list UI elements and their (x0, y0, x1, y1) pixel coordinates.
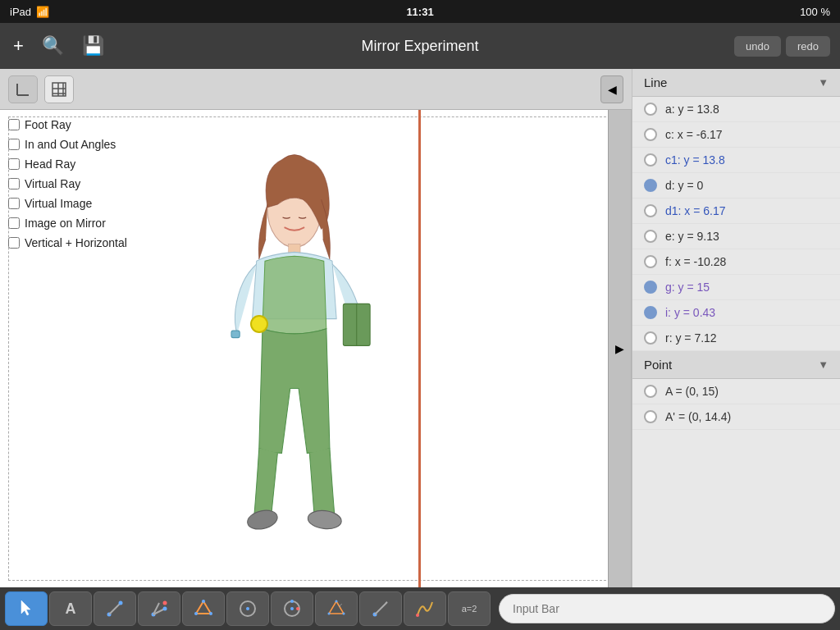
checkbox-head-ray[interactable]: Head Ray (8, 158, 127, 171)
status-left: iPad 📶 (10, 6, 49, 18)
svg-text:↙: ↙ (338, 602, 343, 608)
line-segment-icon (105, 599, 125, 619)
equation-tool[interactable]: a=2 (448, 591, 491, 626)
svg-point-25 (194, 612, 198, 615)
checkbox-virtual-image[interactable]: Virtual Image (8, 197, 127, 210)
point-item-A-prime[interactable]: A' = (0, 14.4) (632, 404, 840, 430)
svg-point-29 (290, 607, 294, 610)
input-bar[interactable] (499, 594, 835, 623)
transform-tool[interactable]: ↙ (315, 591, 358, 626)
svg-point-35 (328, 613, 331, 615)
radio-g[interactable] (644, 281, 657, 294)
line-item-i[interactable]: i: y = 0.43 (632, 300, 840, 326)
perpendicular-tool[interactable] (138, 591, 180, 626)
grid-view-button[interactable] (44, 75, 74, 103)
undo-button[interactable]: undo (734, 36, 781, 57)
svg-point-30 (296, 607, 299, 610)
header-left-tools: + 🔍 💾 (10, 32, 107, 60)
page-title: Mirror Experiment (361, 38, 478, 55)
line-segment-tool[interactable] (94, 591, 136, 626)
search-button[interactable]: 🔍 (39, 32, 67, 60)
svg-point-20 (163, 601, 167, 605)
curve-tool[interactable] (404, 591, 446, 626)
text-tool[interactable]: A (49, 591, 92, 626)
right-panel: Line ▼ a: y = 13.8 c: x = -6.17 c1: y = … (632, 69, 840, 587)
canvas-nav-left[interactable]: ◀ (600, 75, 623, 103)
line-item-f[interactable]: f: x = -10.28 (632, 249, 840, 275)
svg-rect-11 (343, 304, 370, 345)
svg-point-10 (308, 509, 342, 531)
axis-view-button[interactable] (8, 75, 38, 103)
text-icon: A (66, 600, 76, 618)
svg-line-39 (386, 602, 387, 603)
svg-point-40 (416, 614, 419, 617)
equation-icon: a=2 (462, 604, 477, 614)
radio-r[interactable] (644, 331, 657, 345)
radio-i[interactable] (644, 306, 657, 319)
mirror-line (418, 110, 421, 587)
radio-c[interactable] (644, 128, 657, 141)
circle-tool[interactable] (226, 591, 269, 626)
svg-point-34 (343, 613, 345, 615)
ray-line-icon (371, 599, 390, 619)
view-toolbar: ◀ (0, 69, 632, 110)
radio-f[interactable] (644, 255, 657, 268)
bottom-toolbar: A (0, 587, 840, 630)
ray-line-tool[interactable] (359, 591, 402, 626)
line-section-header[interactable]: Line ▼ (632, 69, 840, 97)
checkbox-virtual-ray[interactable]: Virtual Ray (8, 177, 127, 190)
pointer-tool[interactable] (5, 591, 48, 626)
save-button[interactable]: 💾 (79, 32, 107, 60)
line-item-c[interactable]: c: x = -6.17 (632, 122, 840, 148)
checkbox-foot-ray[interactable]: Foot Ray (8, 118, 127, 131)
line-item-a[interactable]: a: y = 13.8 (632, 97, 840, 122)
line-section-arrow: ▼ (818, 76, 829, 89)
radio-c1[interactable] (644, 153, 657, 167)
transform-icon: ↙ (326, 599, 346, 619)
add-button[interactable]: + (10, 32, 27, 60)
circle-dots-tool[interactable] (271, 591, 313, 626)
svg-rect-13 (231, 331, 240, 337)
canvas-nav-right[interactable]: ▶ (608, 110, 631, 587)
line-item-d1[interactable]: d1: x = 6.17 (632, 199, 840, 224)
focal-point-dot (250, 315, 268, 333)
svg-point-24 (209, 612, 212, 615)
axis-icon (14, 80, 32, 98)
canvas-area[interactable]: Foot Ray In and Out Angles Head Ray Virt… (0, 110, 632, 587)
radio-d1[interactable] (644, 204, 657, 217)
battery-label: 100 % (800, 6, 830, 18)
wifi-icon: 📶 (36, 6, 49, 18)
radio-A-prime[interactable] (644, 410, 657, 423)
header-toolbar: + 🔍 💾 Mirror Experiment undo redo (0, 23, 840, 69)
line-item-g[interactable]: g: y = 15 (632, 275, 840, 300)
svg-marker-22 (196, 601, 211, 614)
radio-a[interactable] (644, 103, 657, 116)
canvas-section: ◀ (0, 69, 632, 587)
radio-A[interactable] (644, 385, 657, 398)
point-section-arrow: ▼ (818, 358, 829, 371)
radio-d[interactable] (644, 179, 657, 192)
checkbox-vertical-horizontal[interactable]: Vertical + Horizontal (8, 236, 127, 249)
redo-button[interactable]: redo (786, 36, 830, 57)
radio-e[interactable] (644, 230, 657, 243)
line-item-r[interactable]: r: y = 7.12 (632, 326, 840, 351)
polygon-tool[interactable] (182, 591, 225, 626)
perpendicular-icon (149, 599, 169, 619)
svg-point-9 (246, 508, 279, 532)
checkbox-in-out-angles[interactable]: In and Out Angles (8, 138, 127, 151)
line-item-e[interactable]: e: y = 9.13 (632, 224, 840, 249)
point-section-header[interactable]: Point ▼ (632, 351, 840, 379)
svg-point-7 (267, 171, 322, 247)
circle-icon (238, 599, 258, 619)
svg-rect-8 (289, 244, 300, 262)
svg-point-31 (290, 600, 294, 603)
checkbox-panel: Foot Ray In and Out Angles Head Ray Virt… (8, 118, 127, 249)
line-item-c1[interactable]: c1: y = 13.8 (632, 148, 840, 173)
line-item-d[interactable]: d: y = 0 (632, 173, 840, 199)
header-right-tools: undo redo (734, 36, 830, 57)
checkbox-image-on-mirror[interactable]: Image on Mirror (8, 217, 127, 230)
svg-line-38 (375, 602, 387, 614)
circle-dots-icon (282, 599, 302, 619)
point-item-A[interactable]: A = (0, 15) (632, 379, 840, 404)
pointer-icon (16, 599, 36, 619)
